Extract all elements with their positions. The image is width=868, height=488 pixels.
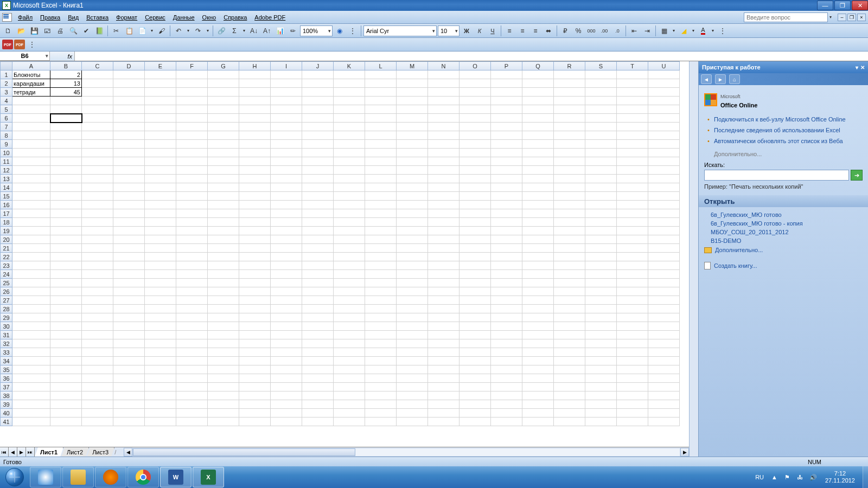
cell-K10[interactable] — [334, 149, 365, 157]
mdi-minimize-button[interactable]: – — [838, 14, 846, 21]
task-pane-search-input[interactable] — [704, 170, 849, 181]
cell-P31[interactable] — [491, 331, 522, 339]
toolbar-options-icon-2[interactable]: ⋮ — [717, 25, 729, 37]
cell-T39[interactable] — [617, 400, 648, 409]
cell-E9[interactable] — [145, 140, 176, 149]
cell-D7[interactable] — [113, 123, 145, 131]
cell-F32[interactable] — [176, 339, 208, 348]
cell-N41[interactable] — [428, 418, 459, 426]
cell-L18[interactable] — [365, 218, 397, 227]
comma-style-icon[interactable]: 000 — [585, 25, 597, 37]
cell-Q36[interactable] — [522, 374, 554, 383]
cell-H33[interactable] — [239, 348, 271, 357]
cell-A17[interactable] — [12, 209, 50, 218]
cell-O19[interactable] — [459, 227, 491, 235]
cell-E11[interactable] — [145, 157, 176, 166]
row-header-40[interactable]: 40 — [1, 409, 12, 418]
cell-M3[interactable] — [397, 88, 428, 97]
cell-N34[interactable] — [428, 357, 459, 365]
fx-icon[interactable]: fx — [50, 52, 75, 61]
cell-P33[interactable] — [491, 348, 522, 357]
cell-O17[interactable] — [459, 209, 491, 218]
research-icon[interactable]: 📗 — [93, 25, 105, 37]
cell-P30[interactable] — [491, 322, 522, 331]
cell-H24[interactable] — [239, 270, 271, 279]
cell-S37[interactable] — [585, 383, 617, 391]
cell-H28[interactable] — [239, 305, 271, 313]
cell-N29[interactable] — [428, 313, 459, 322]
cell-L36[interactable] — [365, 374, 397, 383]
cell-U13[interactable] — [648, 175, 680, 183]
row-header-6[interactable]: 6 — [1, 114, 12, 123]
cell-O13[interactable] — [459, 175, 491, 183]
cell-P27[interactable] — [491, 296, 522, 305]
cell-G40[interactable] — [208, 409, 239, 418]
cell-T27[interactable] — [617, 296, 648, 305]
cell-I30[interactable] — [271, 322, 302, 331]
cell-H11[interactable] — [239, 157, 271, 166]
cell-U31[interactable] — [648, 331, 680, 339]
cell-C19[interactable] — [82, 227, 113, 235]
cell-Q34[interactable] — [522, 357, 554, 365]
cell-Q37[interactable] — [522, 383, 554, 391]
cell-G14[interactable] — [208, 183, 239, 192]
cell-L38[interactable] — [365, 391, 397, 400]
cell-S26[interactable] — [585, 287, 617, 296]
cell-L22[interactable] — [365, 253, 397, 261]
cell-E21[interactable] — [145, 244, 176, 253]
cell-U34[interactable] — [648, 357, 680, 365]
cell-N12[interactable] — [428, 166, 459, 175]
cell-F17[interactable] — [176, 209, 208, 218]
cell-R39[interactable] — [554, 400, 585, 409]
cell-R31[interactable] — [554, 331, 585, 339]
cell-F14[interactable] — [176, 183, 208, 192]
cell-J15[interactable] — [302, 192, 334, 201]
cell-C27[interactable] — [82, 296, 113, 305]
cell-B17[interactable] — [50, 209, 82, 218]
cell-P5[interactable] — [491, 105, 522, 114]
fill-color-icon[interactable]: ◢ — [678, 25, 690, 37]
cell-A29[interactable] — [12, 313, 50, 322]
cell-O31[interactable] — [459, 331, 491, 339]
cell-I15[interactable] — [271, 192, 302, 201]
cell-K13[interactable] — [334, 175, 365, 183]
cell-A19[interactable] — [12, 227, 50, 235]
cell-N1[interactable] — [428, 70, 459, 79]
cell-M31[interactable] — [397, 331, 428, 339]
cell-T18[interactable] — [617, 218, 648, 227]
cell-B21[interactable] — [50, 244, 82, 253]
cell-R34[interactable] — [554, 357, 585, 365]
row-header-37[interactable]: 37 — [1, 383, 12, 391]
cell-T30[interactable] — [617, 322, 648, 331]
cell-R17[interactable] — [554, 209, 585, 218]
decrease-indent-icon[interactable]: ⇤ — [628, 25, 640, 37]
row-header-26[interactable]: 26 — [1, 287, 12, 296]
cell-S23[interactable] — [585, 261, 617, 270]
cell-M5[interactable] — [397, 105, 428, 114]
cell-H4[interactable] — [239, 97, 271, 105]
cell-O25[interactable] — [459, 279, 491, 287]
cell-G10[interactable] — [208, 149, 239, 157]
cell-J18[interactable] — [302, 218, 334, 227]
cell-Q22[interactable] — [522, 253, 554, 261]
merge-center-icon[interactable]: ⬌ — [542, 25, 554, 37]
cell-S32[interactable] — [585, 339, 617, 348]
tray-volume-icon[interactable]: 🔊 — [809, 473, 818, 481]
cell-T7[interactable] — [617, 123, 648, 131]
cell-S14[interactable] — [585, 183, 617, 192]
cell-D18[interactable] — [113, 218, 145, 227]
bold-icon[interactable]: Ж — [461, 25, 473, 37]
cell-S16[interactable] — [585, 201, 617, 209]
sort-asc-icon[interactable]: A↓ — [248, 25, 260, 37]
cell-K5[interactable] — [334, 105, 365, 114]
cell-G16[interactable] — [208, 201, 239, 209]
cell-N23[interactable] — [428, 261, 459, 270]
cell-C33[interactable] — [82, 348, 113, 357]
cell-E24[interactable] — [145, 270, 176, 279]
cell-U23[interactable] — [648, 261, 680, 270]
sheet-nav-last[interactable]: ⏭ — [26, 447, 35, 457]
cell-P17[interactable] — [491, 209, 522, 218]
cell-H19[interactable] — [239, 227, 271, 235]
hscroll-right-button[interactable]: ▶ — [680, 448, 689, 457]
cell-M14[interactable] — [397, 183, 428, 192]
